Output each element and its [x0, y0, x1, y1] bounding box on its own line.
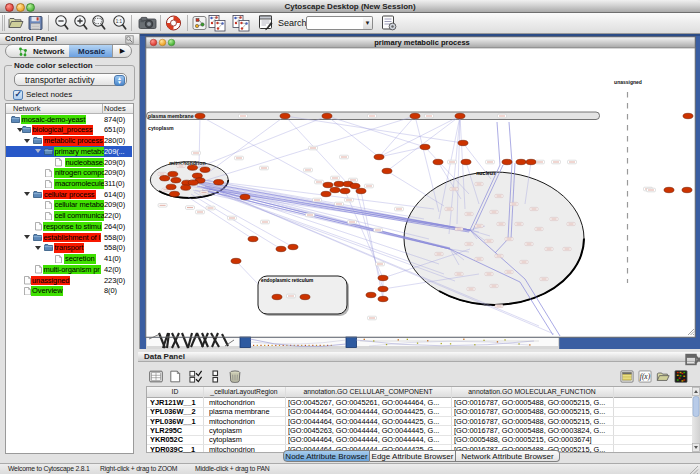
- svg-text:unassigned: unassigned: [614, 79, 642, 85]
- svg-text:1:1: 1:1: [115, 19, 122, 24]
- svg-text:endoplasmic reticulum: endoplasmic reticulum: [261, 278, 313, 283]
- svg-text:cytoplasm: cytoplasm: [148, 125, 174, 131]
- svg-text:primary metabolic process: primary metabolic process: [374, 38, 469, 47]
- svg-text:mitochondrion: mitochondrion: [169, 160, 205, 166]
- svg-text:f(x): f(x): [640, 372, 651, 381]
- svg-text:plasma membrane: plasma membrane: [148, 113, 194, 119]
